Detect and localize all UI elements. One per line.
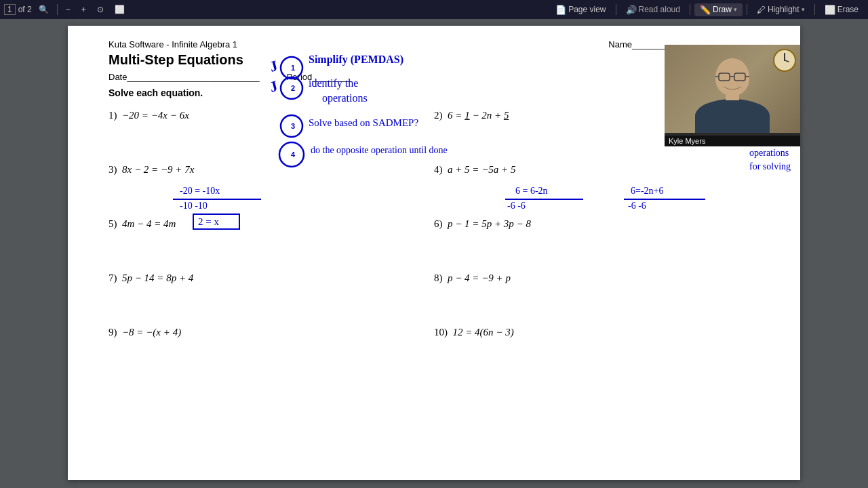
page-view-label: Page view (568, 5, 606, 14)
draw-chevron-icon: ▾ (734, 6, 737, 13)
problem-9-text: 9) −8 = −(x + 4) (108, 325, 434, 340)
draw-label: Draw (713, 5, 732, 14)
problem-9: 9) −8 = −(x + 4) (108, 322, 434, 376)
toolbar: 1 of 2 🔍 − + ⊙ ⬜ 📄 Page view 🔊 Read alou… (0, 0, 868, 19)
instructions: Solve each equation. (108, 87, 760, 98)
date-field: Date___________________________ (108, 72, 260, 82)
document-area: Kuta Software - Infinite Algebra 1 Name_… (0, 19, 868, 488)
video-person-name: Kyle Myers (665, 136, 800, 146)
highlight-chevron-icon: ▾ (802, 6, 805, 13)
search-icon: 🔍 (39, 5, 49, 14)
problems-grid: 1) −20 = −4x − 6x 2) 6 = 1 − 2n + 5 3) 8… (108, 105, 760, 376)
erase-button[interactable]: ⬜ Erase (819, 3, 864, 16)
page-view-icon: 📄 (555, 5, 566, 15)
problem-8-text: 8) p − 4 = −9 + p (434, 270, 760, 286)
person-face (715, 58, 749, 96)
svg-rect-35 (719, 73, 730, 81)
video-overlay: Kyle Myers (665, 45, 800, 146)
divider-2 (616, 4, 616, 15)
period-field: Period________ (287, 72, 351, 82)
divider-3 (690, 4, 690, 15)
svg-rect-36 (734, 73, 745, 81)
problem-4: 4) a + 5 = −5a + 5 (434, 159, 760, 214)
draw-icon: ✏️ (700, 5, 711, 15)
person-shoulders (695, 99, 770, 133)
problem-4-text: 4) a + 5 = −5a + 5 (434, 162, 760, 178)
clock-svg (772, 48, 797, 73)
divider-5 (814, 4, 815, 15)
search-button[interactable]: 🔍 (35, 3, 53, 16)
erase-icon: ⬜ (825, 5, 835, 15)
divider-1 (57, 4, 58, 15)
problem-3-text: 3) 8x − 2 = −9 + 7x (108, 162, 434, 178)
highlight-label: Highlight (768, 5, 800, 14)
problem-6-text: 6) p − 1 = 5p + 3p − 8 (434, 216, 760, 232)
main-area: Kuta Software - Infinite Algebra 1 Name_… (0, 19, 868, 488)
page-total: of 2 (18, 5, 32, 14)
page-number: 1 (4, 4, 16, 15)
read-aloud-label: Read aloud (639, 5, 680, 14)
highlight-icon: 🖊 (757, 5, 766, 15)
fit-page-button[interactable]: ⊙ (93, 3, 108, 16)
read-aloud-icon: 🔊 (626, 5, 637, 15)
highlight-button[interactable]: 🖊 Highlight ▾ (751, 3, 810, 16)
doc-header: Kuta Software - Infinite Algebra 1 Name_… (108, 39, 760, 49)
draw-button[interactable]: ✏️ Draw ▾ (694, 3, 743, 16)
problem-1: 1) −20 = −4x − 6x (108, 105, 434, 159)
page-controls: 1 of 2 🔍 − + ⊙ ⬜ (4, 3, 129, 16)
divider-4 (747, 4, 747, 15)
page-view-button[interactable]: 📄 Page view (550, 3, 611, 16)
document-page: Kuta Software - Infinite Algebra 1 Name_… (68, 26, 800, 480)
minus-icon: − (66, 5, 71, 14)
problem-3: 3) 8x − 2 = −9 + 7x (108, 159, 434, 214)
problem-1-text: 1) −20 = −4x − 6x (108, 108, 434, 123)
video-feed (665, 45, 800, 133)
plus-icon: + (81, 5, 86, 14)
problem-7: 7) 5p − 14 = 8p + 4 (108, 268, 434, 322)
problem-5-text: 5) 4m − 4 = 4m (108, 216, 434, 232)
doc-meta: Date___________________________ Period__… (108, 72, 760, 82)
problem-5: 5) 4m − 4 = 4m (108, 214, 434, 268)
problem-10: 10) 12 = 4(6n − 3) (434, 322, 760, 376)
problem-6: 6) p − 1 = 5p + 3p − 8 (434, 214, 760, 268)
problem-8: 8) p − 4 = −9 + p (434, 268, 760, 322)
zoom-out-button[interactable]: − (62, 3, 75, 16)
fullscreen-button[interactable]: ⬜ (111, 3, 129, 16)
wall-clock (772, 48, 797, 73)
fit-icon: ⊙ (97, 5, 104, 14)
person-head (715, 58, 749, 96)
read-aloud-button[interactable]: 🔊 Read aloud (620, 3, 686, 16)
problem-10-text: 10) 12 = 4(6n − 3) (434, 325, 760, 340)
software-name: Kuta Software - Infinite Algebra 1 (108, 39, 237, 49)
doc-title: Multi-Step Equations (108, 52, 760, 68)
problem-7-text: 7) 5p − 14 = 8p + 4 (108, 270, 434, 286)
fullscreen-icon: ⬜ (115, 5, 125, 14)
erase-label: Erase (837, 5, 859, 14)
zoom-in-button[interactable]: + (77, 3, 90, 16)
